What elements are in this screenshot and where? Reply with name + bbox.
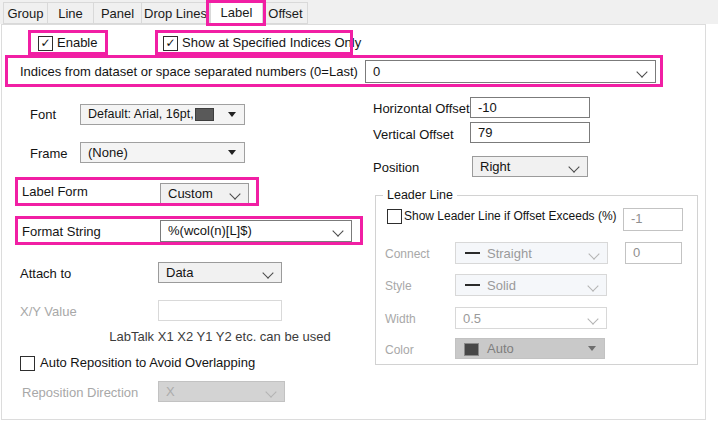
- leader-threshold-value: -1: [631, 211, 643, 226]
- color-swatch: [464, 343, 479, 356]
- show-leader-line-label: Show Leader Line if Offset Exceeds (%): [404, 209, 617, 223]
- format-string-value: %(wcol(n)[L]$): [168, 223, 252, 238]
- tab-panel[interactable]: Panel: [93, 2, 142, 24]
- horizontal-offset-field[interactable]: -10: [470, 97, 590, 118]
- connect-dropdown: Straight: [455, 242, 608, 264]
- connect-value: Straight: [487, 246, 532, 261]
- font-label: Font: [30, 107, 56, 122]
- position-label: Position: [373, 160, 419, 175]
- tab-bar: Group Line Panel Drop Lines Label Offset: [0, 0, 718, 24]
- tab-drop-lines[interactable]: Drop Lines: [141, 2, 210, 24]
- xy-value-label: X/Y Value: [20, 304, 77, 319]
- leader-threshold-field: -1: [623, 208, 683, 231]
- auto-reposition-checkbox[interactable]: [20, 356, 35, 371]
- chevron-down-icon: [587, 313, 598, 324]
- frame-label: Frame: [30, 146, 68, 161]
- chevron-down-icon: [568, 161, 579, 172]
- chevron-down-icon: [587, 280, 598, 291]
- chevron-down-icon: [229, 188, 240, 199]
- show-leader-line-checkbox[interactable]: [387, 209, 402, 224]
- color-value: Auto: [487, 341, 514, 356]
- indices-combobox[interactable]: 0: [365, 60, 656, 83]
- chevron-down-icon: [265, 386, 276, 397]
- connect-label: Connect: [385, 247, 430, 261]
- enable-checkmark-icon: ✓: [40, 36, 50, 50]
- chevron-down-icon: [588, 248, 599, 259]
- labtalk-note: LabTalk X1 X2 Y1 Y2 etc. can be used: [93, 329, 347, 344]
- enable-label: Enable: [57, 35, 97, 50]
- indices-value: 0: [373, 64, 380, 79]
- color-label: Color: [385, 343, 414, 357]
- frame-value: (None): [88, 145, 128, 160]
- format-string-combobox[interactable]: %(wcol(n)[L]$): [160, 220, 352, 242]
- straight-line-icon: [465, 252, 480, 254]
- horizontal-offset-value: -10: [478, 100, 497, 115]
- tab-label[interactable]: Label: [210, 0, 263, 26]
- position-value: Right: [480, 159, 510, 174]
- chevron-down-icon: [262, 267, 273, 278]
- reposition-direction-label: Reposition Direction: [22, 385, 138, 400]
- chevron-down-icon: [332, 225, 343, 236]
- attach-to-label: Attach to: [20, 266, 71, 281]
- label-form-label: Label Form: [22, 184, 88, 199]
- vertical-offset-value: 79: [478, 125, 492, 140]
- tab-offset[interactable]: Offset: [263, 2, 308, 24]
- indices-label: Indices from dataset or space separated …: [20, 64, 358, 79]
- dropdown-arrow-icon: [228, 150, 236, 155]
- dropdown-arrow-icon: [588, 346, 596, 351]
- dropdown-arrow-icon: [228, 112, 236, 117]
- width-label: Width: [385, 312, 416, 326]
- color-dropdown: Auto: [455, 338, 605, 359]
- show-indices-label: Show at Specified Indices Only: [182, 35, 361, 50]
- style-value: Solid: [487, 278, 516, 293]
- reposition-direction-dropdown: X: [158, 381, 285, 402]
- label-form-dropdown[interactable]: Custom: [160, 183, 249, 204]
- font-dropdown[interactable]: Default: Arial, 16pt,: [80, 104, 245, 125]
- tab-line[interactable]: Line: [47, 2, 94, 24]
- position-dropdown[interactable]: Right: [472, 156, 588, 177]
- frame-dropdown[interactable]: (None): [80, 142, 245, 163]
- connect-extra-value: 0: [633, 245, 640, 260]
- label-form-value: Custom: [168, 186, 213, 201]
- style-label: Style: [385, 279, 412, 293]
- font-color-swatch: [195, 108, 214, 121]
- auto-reposition-label: Auto Reposition to Avoid Overlapping: [40, 355, 255, 370]
- width-combobox: 0.5: [455, 307, 607, 329]
- format-string-label: Format String: [22, 224, 101, 239]
- tab-group[interactable]: Group: [3, 2, 48, 24]
- vertical-offset-label: Vertical Offset: [373, 127, 454, 142]
- style-dropdown: Solid: [455, 274, 607, 296]
- show-indices-checkmark-icon: ✓: [165, 36, 175, 50]
- enable-checkbox[interactable]: ✓: [38, 36, 53, 51]
- chevron-down-icon: [636, 66, 647, 77]
- solid-line-icon: [465, 284, 480, 286]
- font-value: Default: Arial, 16pt,: [88, 107, 194, 121]
- plot-details-label-dialog: Group Line Panel Drop Lines Label Offset…: [0, 0, 718, 423]
- connect-extra-field: 0: [625, 242, 682, 264]
- reposition-direction-value: X: [166, 384, 175, 399]
- attach-to-dropdown[interactable]: Data: [158, 262, 282, 283]
- show-indices-checkbox[interactable]: ✓: [163, 36, 178, 51]
- vertical-offset-field[interactable]: 79: [470, 122, 590, 143]
- leader-line-title: Leader Line: [383, 188, 457, 202]
- attach-to-value: Data: [166, 265, 193, 280]
- xy-value-field: [158, 300, 282, 321]
- width-value: 0.5: [463, 311, 481, 326]
- horizontal-offset-label: Horizontal Offset: [373, 101, 470, 116]
